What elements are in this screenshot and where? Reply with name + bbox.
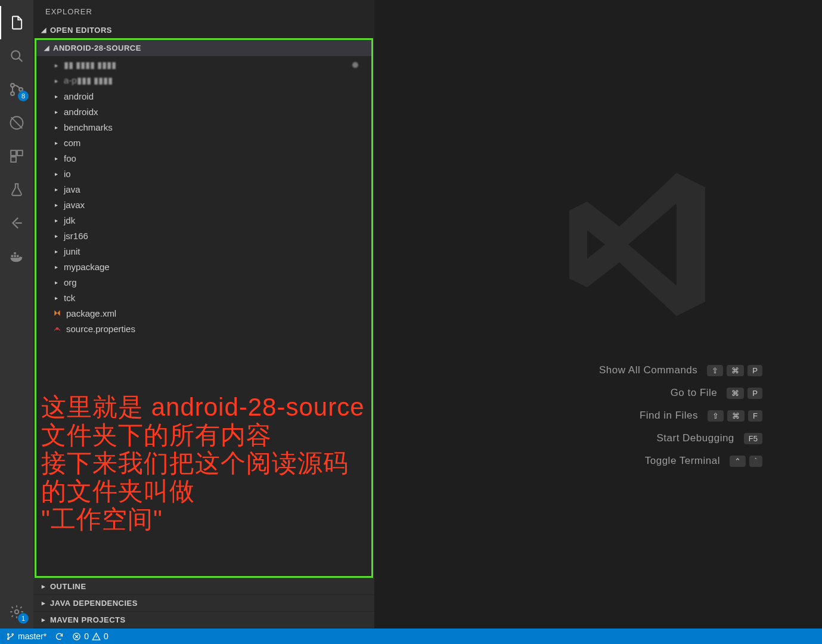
status-bar: master* 0 0 <box>0 628 822 644</box>
annotation-overlay: 这里就是 android-28-source 文件夹下的所有内容 接下来我们把这… <box>41 393 371 533</box>
section-outline[interactable]: ▸ OUTLINE <box>33 578 374 595</box>
svg-rect-7 <box>11 157 16 162</box>
section-open-editors[interactable]: ◢ OPEN EDITORS <box>33 22 374 38</box>
key: ⇧ <box>708 410 724 422</box>
svg-rect-9 <box>14 255 16 258</box>
leetcode-icon <box>9 215 24 231</box>
tree-item[interactable]: ▸a-p▮▮▮ ▮▮▮▮ <box>36 73 371 88</box>
tree-item[interactable]: ▸junit <box>36 243 371 259</box>
tree-item[interactable]: package.xml <box>36 305 371 321</box>
vscode-watermark-icon <box>548 155 727 334</box>
activity-search[interactable] <box>0 39 33 73</box>
section-label: OUTLINE <box>50 582 86 591</box>
svg-point-16 <box>12 633 14 635</box>
tree-item[interactable]: ▸com <box>36 135 371 150</box>
section-java-deps[interactable]: ▸ JAVA DEPENDENCIES <box>33 595 374 612</box>
tree-item-label: javax <box>64 200 85 210</box>
chevron-right-icon: ▸ <box>52 155 60 162</box>
tree-item[interactable]: ▸▮▮ ▮▮▮▮ ▮▮▮▮ <box>36 57 371 73</box>
activity-extensions[interactable] <box>0 140 33 173</box>
tree-item[interactable]: ▸foo <box>36 150 371 166</box>
sync-icon <box>55 632 64 641</box>
svg-point-14 <box>8 633 10 635</box>
activity-test[interactable] <box>0 173 33 206</box>
section-project[interactable]: ◢ ANDROID-28-SOURCE <box>36 40 371 56</box>
key: F5 <box>744 433 762 444</box>
bug-icon <box>8 114 25 131</box>
tree-item[interactable]: ▸java <box>36 181 371 197</box>
tree-item-label: jsr166 <box>64 231 88 241</box>
activity-debug[interactable] <box>0 106 33 140</box>
chevron-right-icon: ▸ <box>52 202 60 208</box>
keybinding: F5 <box>744 433 762 444</box>
settings-badge: 1 <box>18 613 29 624</box>
command-label: Go to File <box>671 387 718 399</box>
tree-item-label: source.properties <box>66 324 135 334</box>
chevron-right-icon: ▸ <box>52 295 60 301</box>
tree-item[interactable]: ▸benchmarks <box>36 119 371 135</box>
editor-area: Show All Commands⇧⌘PGo to File⌘PFind in … <box>374 0 822 628</box>
tree-item-label: ▮▮ ▮▮▮▮ ▮▮▮▮ <box>64 60 116 70</box>
status-branch[interactable]: master* <box>6 631 46 641</box>
svg-point-2 <box>11 92 14 95</box>
tree-item[interactable]: source.properties <box>36 321 371 336</box>
section-maven[interactable]: ▸ MAVEN PROJECTS <box>33 612 374 628</box>
tree-item[interactable]: ▸tck <box>36 290 371 305</box>
svg-rect-5 <box>11 150 16 156</box>
annotation-line: 文件夹下的所有内容 <box>41 421 371 449</box>
chevron-right-icon: ▸ <box>39 616 48 624</box>
key: ⌘ <box>727 388 744 399</box>
chevron-right-icon: ▸ <box>52 78 60 84</box>
tree-item[interactable]: ▸androidx <box>36 104 371 119</box>
activity-settings[interactable]: 1 <box>0 595 33 628</box>
tree-item[interactable]: ▸android <box>36 88 371 104</box>
key: P <box>747 388 762 399</box>
sidebar-explorer: EXPLORER ◢ OPEN EDITORS ◢ ANDROID-28-SOU… <box>33 0 374 628</box>
section-label: OPEN EDITORS <box>50 26 112 35</box>
activity-leetcode[interactable] <box>0 206 33 240</box>
tree-item[interactable]: ▸jdk <box>36 212 371 228</box>
command-row: Start DebuggingF5 <box>374 432 762 444</box>
tree-item[interactable]: ▸jsr166 <box>36 228 371 243</box>
svg-rect-8 <box>11 255 14 258</box>
tree-item-label: org <box>64 277 77 287</box>
activity-bar: 8 1 <box>0 0 33 628</box>
tree-item[interactable]: ▸org <box>36 274 371 290</box>
activity-explorer[interactable] <box>0 6 33 39</box>
chevron-right-icon: ▸ <box>52 93 60 100</box>
chevron-right-icon: ▸ <box>52 264 60 270</box>
key: ⇧ <box>707 365 723 376</box>
beaker-icon <box>9 182 24 197</box>
tree-item-label: java <box>64 184 80 194</box>
branch-name: master* <box>18 631 46 641</box>
chevron-right-icon: ▸ <box>52 171 60 177</box>
tree-item-label: android <box>64 91 94 101</box>
sidebar-title: EXPLORER <box>33 0 374 22</box>
svg-point-15 <box>8 638 10 640</box>
warning-count: 0 <box>104 631 108 641</box>
tree-item[interactable]: ▸io <box>36 166 371 181</box>
activity-scm[interactable]: 8 <box>0 73 33 106</box>
error-count: 0 <box>84 631 89 641</box>
tree-item-label: a-p▮▮▮ ▮▮▮▮ <box>64 75 113 86</box>
status-sync[interactable] <box>55 632 64 641</box>
key: ` <box>749 456 762 467</box>
tree-item[interactable]: ▸javax <box>36 197 371 212</box>
command-label: Find in Files <box>640 410 698 422</box>
command-row: Find in Files⇧⌘F <box>374 410 762 422</box>
section-label: MAVEN PROJECTS <box>50 615 126 624</box>
svg-rect-11 <box>14 252 16 255</box>
key: ⌘ <box>727 410 745 422</box>
svg-rect-10 <box>17 255 19 258</box>
annotation-line: 这里就是 android-28-source <box>41 393 371 421</box>
chevron-right-icon: ▸ <box>52 233 60 239</box>
chevron-down-icon: ◢ <box>42 44 51 52</box>
scm-badge: 8 <box>18 91 29 101</box>
keybinding: ⌘P <box>727 388 762 399</box>
status-problems[interactable]: 0 0 <box>72 631 108 641</box>
tree-item[interactable]: ▸mypackage <box>36 259 371 274</box>
chevron-right-icon: ▸ <box>52 186 60 193</box>
section-label: ANDROID-28-SOURCE <box>53 44 141 52</box>
activity-docker[interactable] <box>0 240 33 273</box>
properties-file-icon <box>52 324 63 333</box>
